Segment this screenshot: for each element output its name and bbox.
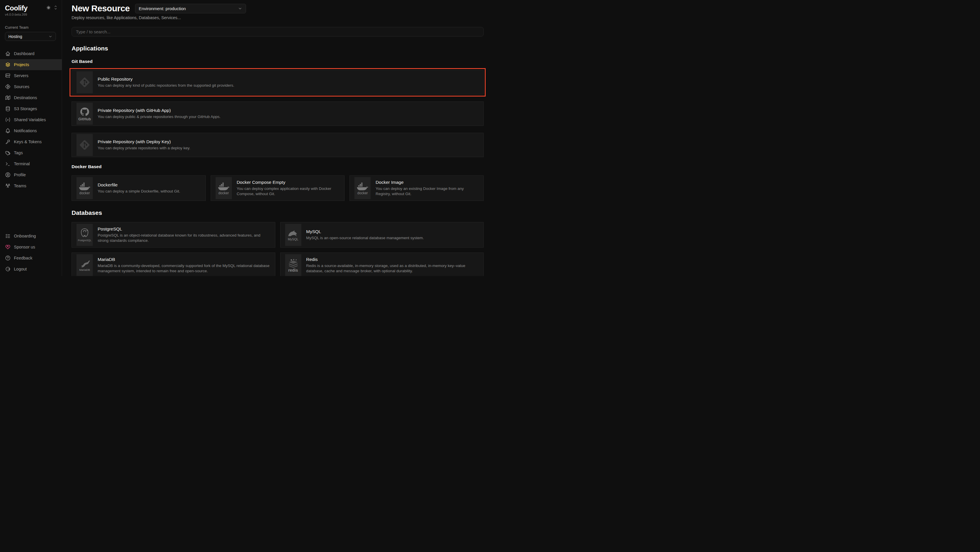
card-docker-image[interactable]: docker Docker Image You can deploy an ex… xyxy=(350,175,484,201)
card-description: You can deploy a simple Dockerfile, with… xyxy=(98,189,180,194)
key-icon xyxy=(5,139,11,145)
sidebar-item-sponsor-us[interactable]: Sponsor us xyxy=(0,241,62,252)
sidebar-item-sources[interactable]: Sources xyxy=(0,81,62,92)
sidebar-item-terminal[interactable]: Terminal xyxy=(0,158,62,169)
sidebar-item-shared-variables[interactable]: x Shared Variables xyxy=(0,114,62,125)
sidebar-collapse-button[interactable] xyxy=(54,5,58,10)
mariadb-logo-icon: MariaDB xyxy=(76,254,93,276)
github-wordmark: GitHub xyxy=(78,117,91,121)
users-group-icon xyxy=(5,183,11,189)
sidebar-item-onboarding[interactable]: Onboarding xyxy=(0,230,62,241)
postgresql-logo-icon: PostgreSQL xyxy=(76,224,93,246)
app-version: v4.0.0-beta.399 xyxy=(5,13,58,16)
docker-wordmark: docker xyxy=(218,191,229,195)
sun-icon xyxy=(46,5,51,10)
sidebar-item-tags[interactable]: Tags xyxy=(0,147,62,158)
sidebar-item-label: Sources xyxy=(14,85,29,89)
sidebar-item-notifications[interactable]: Notifications xyxy=(0,125,62,136)
search-input[interactable] xyxy=(72,27,484,37)
main-content: New Resource Environment: production Dep… xyxy=(62,0,490,276)
git-based-title: Git Based xyxy=(72,59,484,64)
card-description: Redis is a source-available, in-memory s… xyxy=(306,263,479,274)
git-logo-icon xyxy=(76,134,93,156)
sidebar-item-label: Projects xyxy=(14,62,29,67)
team-select[interactable]: Hosting xyxy=(5,32,56,41)
card-docker-compose-empty[interactable]: docker Docker Compose Empty You can depl… xyxy=(211,175,345,201)
card-title: Private Repository (with GitHub App) xyxy=(98,108,221,113)
sidebar-item-label: Shared Variables xyxy=(14,117,46,122)
environment-select-value: Environment: production xyxy=(139,6,186,11)
card-mariadb[interactable]: MariaDB MariaDB MariaDB is a community-d… xyxy=(72,252,275,276)
help-circle-icon xyxy=(5,255,11,261)
layers-icon xyxy=(5,62,11,67)
sidebar-item-label: Tags xyxy=(14,150,23,155)
sidebar-item-teams[interactable]: Teams xyxy=(0,180,62,191)
github-logo-icon: GitHub xyxy=(76,103,93,124)
sidebar-item-s3-storages[interactable]: S3 Storages xyxy=(0,103,62,114)
card-title: Dockerfile xyxy=(98,182,180,188)
card-title: Private Repository (with Deploy Key) xyxy=(98,139,190,144)
chevron-down-icon xyxy=(238,6,242,11)
svg-text:x: x xyxy=(7,118,9,121)
sidebar-item-label: Dashboard xyxy=(14,51,35,56)
map-icon xyxy=(5,95,11,101)
sidebar-item-label: Terminal xyxy=(14,161,30,166)
card-dockerfile[interactable]: docker Dockerfile You can deploy a simpl… xyxy=(72,175,206,201)
card-private-repository-deploy-key[interactable]: Private Repository (with Deploy Key) You… xyxy=(72,133,484,157)
card-description: You can deploy any kind of public reposi… xyxy=(98,83,234,88)
sidebar-item-profile[interactable]: Profile xyxy=(0,169,62,180)
current-team-label: Current Team xyxy=(5,25,58,30)
mariadb-wordmark: MariaDB xyxy=(80,268,90,271)
page-subtitle: Deploy resources, like Applications, Dat… xyxy=(72,15,484,20)
card-postgresql[interactable]: PostgreSQL PostgreSQL PostgreSQL is an o… xyxy=(72,222,275,247)
card-title: Docker Compose Empty xyxy=(237,180,340,185)
sidebar: Coolify xyxy=(0,0,62,276)
environment-select[interactable]: Environment: production xyxy=(135,4,246,13)
checklist-icon xyxy=(5,233,11,239)
sidebar-item-label: Logout xyxy=(14,267,27,271)
chevron-down-icon xyxy=(48,35,52,38)
sidebar-item-label: Destinations xyxy=(14,96,37,100)
theme-toggle-button[interactable] xyxy=(46,5,51,10)
sidebar-item-label: Notifications xyxy=(14,128,37,133)
variable-icon: x xyxy=(5,117,11,123)
sidebar-item-servers[interactable]: Servers xyxy=(0,70,62,81)
sidebar-item-keys-tokens[interactable]: Keys & Tokens xyxy=(0,136,62,147)
bell-icon xyxy=(5,128,11,134)
heart-handshake-icon xyxy=(5,244,11,250)
card-description: You can deploy complex application easil… xyxy=(237,186,340,196)
sidebar-item-projects[interactable]: Projects xyxy=(0,59,62,70)
mysql-wordmark: MySQL xyxy=(288,238,299,241)
postgresql-wordmark: PostgreSQL xyxy=(78,239,91,242)
card-description: MySQL is an open-source relational datab… xyxy=(306,235,424,241)
sidebar-item-feedback[interactable]: Feedback xyxy=(0,252,62,263)
terminal-icon xyxy=(5,161,11,167)
card-title: Docker Image xyxy=(375,180,479,185)
redis-logo-icon: redis xyxy=(285,254,301,276)
git-diamond-icon xyxy=(5,84,11,89)
sidebar-item-label: Sponsor us xyxy=(14,245,35,249)
tags-icon xyxy=(5,150,11,156)
docker-logo-icon: docker xyxy=(76,177,93,199)
docker-wordmark: docker xyxy=(357,191,368,195)
git-logo-icon xyxy=(76,71,93,93)
card-description: You can deploy an existing Docker Image … xyxy=(375,186,479,196)
card-redis[interactable]: redis Redis Redis is a source-available,… xyxy=(280,252,484,276)
card-public-repository[interactable]: Public Repository You can deploy any kin… xyxy=(72,70,484,94)
sidebar-item-dashboard[interactable]: Dashboard xyxy=(0,48,62,59)
card-description: MariaDB is a community-developed, commer… xyxy=(98,263,270,274)
docker-logo-icon: docker xyxy=(355,177,371,199)
card-mysql[interactable]: MySQL MySQL MySQL is an open-source rela… xyxy=(280,222,484,247)
sidebar-item-destinations[interactable]: Destinations xyxy=(0,92,62,103)
card-title: MySQL xyxy=(306,229,424,234)
card-title: Public Repository xyxy=(98,77,234,82)
card-private-repository-github-app[interactable]: GitHub Private Repository (with GitHub A… xyxy=(72,102,484,126)
sidebar-nav: Dashboard Projects Servers Sources Desti… xyxy=(0,48,62,191)
card-description: You can deploy public & private reposito… xyxy=(98,114,221,120)
mysql-logo-icon: MySQL xyxy=(285,224,301,246)
sidebar-item-logout[interactable]: Logout xyxy=(0,263,62,274)
card-title: PostgreSQL xyxy=(98,227,270,231)
card-description: You can deploy private repositories with… xyxy=(98,145,190,151)
card-description: PostgreSQL is an object-relational datab… xyxy=(98,233,270,243)
docker-logo-icon: docker xyxy=(216,177,232,199)
